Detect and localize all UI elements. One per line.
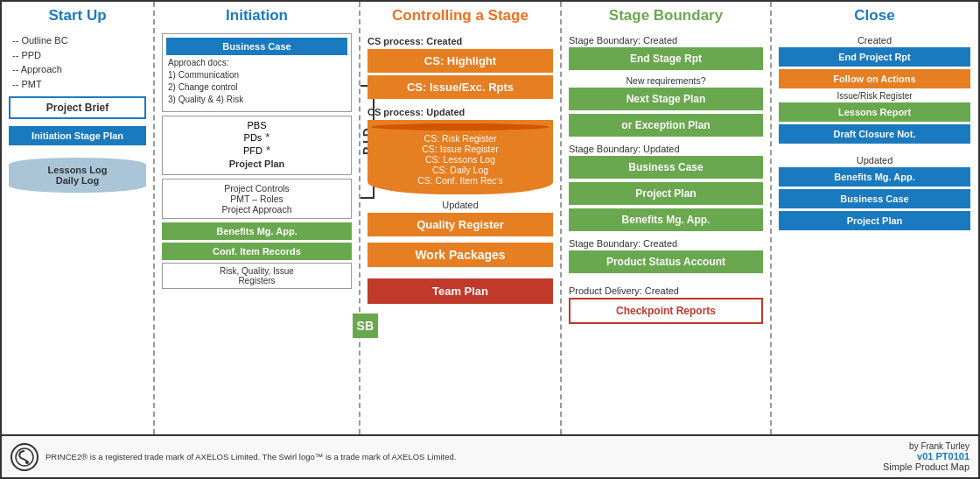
benefits-box: Benefits Mg. App. [162,222,352,240]
cs-process-bold: CS process: [368,36,424,46]
col-close: Close Created End Project Rpt Follow on … [772,2,977,434]
footer-logo [10,443,38,471]
cs-risk-text: CS: Risk Register [371,133,550,144]
cs-lessons-text: CS: Lessons Log [371,154,550,165]
sb-updated-label: Stage Boundary: Updated [569,144,763,154]
sb-created-label2: Stage Boundary: Created [569,238,763,249]
cs-created-label: CS process: Created [368,36,553,46]
new-req-label: New requirements? [569,75,763,86]
footer-author: by Frank Turley [883,441,970,451]
swirl-icon [15,447,34,467]
pfd-text: PFD [243,145,262,156]
end-stage-box: End Stage Rpt [569,47,763,70]
risk-box: Risk, Quality, Issue Registers [162,263,352,289]
close-created-label: Created [779,35,970,46]
close-updated-label: Updated [779,155,970,166]
project-plan-stage-box: Project Plan [569,182,763,205]
close-business-case-box: Business Case [779,189,970,208]
daily-log-text: Daily Log [12,175,143,186]
initiation-header: Initiation [162,7,352,30]
pfd-star: * [266,144,270,157]
project-brief-box: Project Brief [9,96,146,119]
startup-bullets: -- Outline BC -- PPD -- Approach -- PMT [9,33,146,91]
bullet-pmt: -- PMT [12,77,146,92]
cs-conf-text: CS: Conf. Item Rec's [371,175,550,186]
business-case-section: Business Case Approach docs:1) Communica… [162,33,352,112]
team-plan-box: Team Plan [368,278,553,304]
col-stage: Stage Boundary Stage Boundary: Created E… [562,2,772,434]
content-area: Start Up -- Outline BC -- PPD -- Approac… [2,2,978,434]
exception-plan-box: or Exception Plan [569,114,763,137]
pbs-section: PBS PDs * PFD * Project Plan [162,116,352,175]
close-benefits-box: Benefits Mg. App. [779,167,970,187]
startup-header: Start Up [9,7,146,30]
col-controlling: Controlling a Stage CS process: Created … [360,2,562,434]
footer: PRINCE2® is a registered trade mark of A… [2,434,978,477]
footer-map-type: Simple Product Map [883,461,970,472]
sb-created-label1: Stage Boundary: Created [569,35,763,46]
cs-process-bold2: CS process: [368,107,424,117]
pds-star: * [265,130,270,144]
cs-updated-label: CS process: Updated [368,107,553,117]
trademark-line1: PRINCE2® is a registered trade mark of A… [46,451,883,462]
draft-closure-box: Draft Closure Not. [779,124,970,144]
cs-process-created: Created [426,36,462,46]
stage-header: Stage Boundary [569,7,763,30]
lessons-report-box: Lessons Report [779,102,970,122]
cs-issue-reg-text: CS: Issue Register [371,144,550,154]
benefits-stage-box: Benefits Mg. App. [569,208,763,231]
pbs-text: PBS [247,120,266,130]
risk-text: Risk, Quality, Issue [165,266,348,276]
lessons-daily-box: Lessons Log Daily Log [9,158,146,193]
project-controls-text: Project Controls [166,183,347,194]
cs-daily-text: CS: Daily Log [371,165,550,175]
lessons-log-text: Lessons Log [12,165,143,175]
pmt-roles-text: PMT – Roles [166,194,347,204]
work-packages-box: Work Packages [368,243,553,267]
close-header: Close [779,7,970,30]
cs-issue-box: CS: Issue/Exc. Rpts [368,75,553,99]
checkpoint-reports-box: Checkpoint Reports [569,298,763,324]
col-startup: Start Up -- Outline BC -- PPD -- Approac… [2,2,155,434]
bullet-ppd: -- PPD [12,48,146,63]
product-delivery-label: Product Delivery: Created [569,285,763,296]
product-status-box: Product Status Account [569,250,763,273]
svg-point-1 [25,461,29,464]
cs-process-updated: Updated [426,107,465,117]
bullet-approach: -- Approach [12,62,146,77]
registers-text: Registers [165,276,348,285]
business-case-stage-box: Business Case [569,156,763,179]
pbs-row: PBS [166,120,347,130]
business-case-box: Business Case [166,38,347,55]
approach-docs-text: Approach docs:1) Communication2) Change … [166,55,347,108]
cs-registers-cylinder: CS: Risk Register CS: Issue Register CS:… [368,120,553,194]
close-updated-section: Updated Benefits Mg. App. Business Case … [779,153,970,233]
pds-row: PDs * [166,130,347,144]
issue-risk-text: Issue/Risk Register [779,91,970,101]
project-plan-text: Project Plan [166,157,347,171]
updated-label: Updated [368,200,553,210]
controlling-header: Controlling a Stage [368,7,553,30]
project-approach-text: Project Approach [166,204,347,215]
close-project-plan-box: Project Plan [779,211,970,230]
quality-register-box: Quality Register [368,213,553,236]
follow-on-box: Follow on Actions [779,69,970,88]
sb-badge: SB [353,313,378,338]
conf-item-box: Conf. Item Records [162,243,352,260]
footer-version: v01 PT0101 [883,451,970,461]
col-initiation: Initiation P I D Business Case Approach … [155,2,360,434]
footer-right: by Frank Turley v01 PT0101 Simple Produc… [883,441,970,472]
footer-trademark-text: PRINCE2® is a registered trade mark of A… [46,451,883,462]
pfd-row: PFD * [166,144,347,157]
main-container: Start Up -- Outline BC -- PPD -- Approac… [2,2,978,477]
cs-highlight-box: CS: Highlight [368,49,553,73]
next-stage-box: Next Stage Plan [569,88,763,110]
end-project-box: End Project Rpt [779,47,970,67]
bullet-outline-bc: -- Outline BC [12,33,146,48]
initiation-stage-box: Initiation Stage Plan [9,126,146,145]
pds-text: PDs [244,132,262,143]
controls-section: Project Controls PMT – Roles Project App… [162,179,352,219]
